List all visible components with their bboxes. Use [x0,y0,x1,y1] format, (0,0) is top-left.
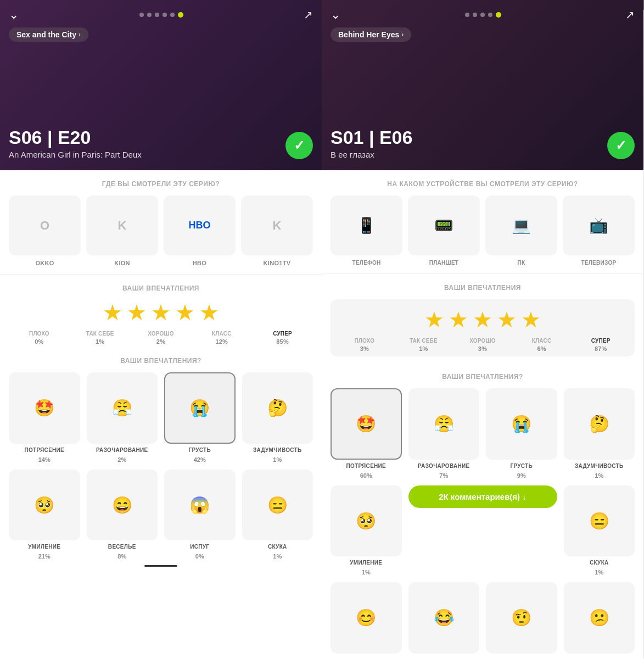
device-box-tablet: 📟 [408,196,480,255]
device-phone[interactable]: 📱 ТЕЛЕФОН [331,196,402,266]
show-name-right: Behind Her Eyes [338,30,399,39]
share-icon-left[interactable]: ↗︎ [304,8,313,21]
right-stars-section: ВАШИ ВПЕЧАТЛЕНИЯ ★ ★ ★ ★ ★ ПЛОХО 3% ТАК … [322,274,643,365]
dot-5[interactable] [170,13,175,17]
okko-box: O [9,196,81,255]
star-4-left[interactable]: ★ [175,300,195,325]
device-tv[interactable]: 📺 ТЕЛЕВИЗОР [563,196,635,266]
star-5-left[interactable]: ★ [199,300,219,325]
star-label-3-left: ХОРОШО 2% [131,331,192,345]
device-label-tablet: ПЛАНШЕТ [429,260,459,266]
comments-button[interactable]: 2К комментариев(я) ↓ [408,485,557,508]
episode-code-left: S06 | E20 [9,127,289,148]
right-emoji-grid-3: 😊 😂 🤨 😕 [331,582,635,659]
comments-btn-wrapper: 2К комментариев(я) ↓ [408,485,557,576]
emoji-box-zadum-right: 🤔 [564,388,635,460]
device-pc[interactable]: 💻 ПК [485,196,557,266]
r-star-1[interactable]: ★ [424,307,444,332]
platform-okko[interactable]: O OKKO [9,196,81,266]
r-dot-4[interactable] [488,13,492,17]
star-1-left[interactable]: ★ [103,300,122,325]
dot-6-active[interactable] [178,12,183,18]
dot-2[interactable] [147,13,152,17]
r-star-5[interactable]: ★ [521,307,541,332]
hbo-box: HBO [164,196,236,255]
emoji-grust-left[interactable]: 😭 ГРУСТЬ 42% [164,372,236,463]
device-label-phone: ТЕЛЕФОН [352,260,380,266]
scrollbar-hint-left [144,565,177,567]
emoji-zadumchivost-left[interactable]: 🤔 ЗАДУМЧИВОСТЬ 1% [242,372,313,463]
right-stars-row: ★ ★ ★ ★ ★ [335,307,630,332]
okko-label: OKKO [35,260,54,266]
star-3-left[interactable]: ★ [151,300,171,325]
dot-1[interactable] [139,13,144,17]
platform-grid: O OKKO K KION HBO HBO K KINO1TV [9,196,313,266]
emoji-smile-right[interactable]: 😊 [331,582,402,659]
show-badge-right[interactable]: Behind Her Eyes › [331,27,411,42]
left-hero: ⌄ ↗︎ Sex and the City › S06 | E20 An Ame… [0,0,322,170]
left-hero-topbar: ⌄ ↗︎ [0,0,322,22]
emoji-umilenie-right[interactable]: 🥺 УМИЛЕНИЕ 1% [331,485,402,576]
dot-4[interactable] [163,13,167,17]
kino1tv-label: KINO1TV [264,260,291,266]
emoji-ispug-left[interactable]: 😱 ИСПУГ 0% [164,470,236,560]
emoji-potryasenie-right[interactable]: 🤩 ПОТРЯСЕНИЕ 60% [331,388,402,479]
device-tablet[interactable]: 📟 ПЛАНШЕТ [408,196,480,266]
platform-kino1tv[interactable]: K KINO1TV [241,196,313,266]
emoji-box-razo-left: 😤 [87,372,158,444]
star-2-left[interactable]: ★ [127,300,147,325]
emoji-box-ispug-left: 😱 [164,470,236,541]
check-circle-right[interactable]: ✓ [607,132,635,159]
emoji-box-skuka-left: 😑 [242,470,313,541]
emoji-box-smile-right: 😊 [331,582,402,654]
check-circle-left[interactable]: ✓ [285,132,313,159]
device-box-tv: 📺 [563,196,635,255]
show-name-left: Sex and the City [16,30,76,39]
r-dot-5-active[interactable] [496,12,501,18]
emoji-laugh-right[interactable]: 😂 [408,582,480,659]
emoji-confused-right[interactable]: 😕 [564,582,635,659]
show-badge-left[interactable]: Sex and the City › [9,27,88,42]
emoji-skuka-right[interactable]: 😑 СКУКА 1% [564,485,635,576]
emoji-box-grust-right: 😭 [486,388,557,460]
device-section: НА КАКОМ УСТРОЙСТВЕ ВЫ СМОТРЕЛИ ЭТУ СЕРИ… [322,170,643,274]
star-label-1-left: ПЛОХО 0% [9,331,70,345]
r-star-3[interactable]: ★ [473,307,492,332]
r-star-4[interactable]: ★ [497,307,517,332]
dot-3[interactable] [155,13,159,17]
right-impressions-title2: ВАШИ ВПЕЧАТЛЕНИЯ? [331,373,635,381]
r-dot-1[interactable] [465,13,469,17]
emoji-box-confused-right: 😕 [564,582,635,654]
emoji-box-skuka-right: 😑 [564,485,635,557]
right-emoji-grid-1: 🤩 ПОТРЯСЕНИЕ 60% 😤 РАЗОЧАРОВАНИЕ 7% 😭 ГР… [331,388,635,479]
r-star-2[interactable]: ★ [449,307,468,332]
emoji-potryasenie-left[interactable]: 🤩 ПОТРЯСЕНИЕ 14% [9,372,80,463]
emoji-grust-right[interactable]: 😭 ГРУСТЬ 9% [486,388,557,479]
star-label-2-left: ТАК СЕБЕ 1% [70,331,131,345]
emoji-skuka-left[interactable]: 😑 СКУКА 1% [242,470,313,560]
hbo-label: HBO [193,260,206,266]
emoji-box-zadum-left: 🤔 [242,372,313,444]
emoji-razochaovanie-left[interactable]: 😤 РАЗОЧАРОВАНИЕ 2% [87,372,158,463]
right-star-labels: ПЛОХО 3% ТАК СЕБЕ 1% ХОРОШО 3% КЛАСС 6% … [335,338,630,352]
back-chevron-left[interactable]: ⌄ [9,8,19,22]
emoji-box-skeptic-right: 🤨 [486,582,557,654]
share-icon-right[interactable]: ↗︎ [625,8,635,21]
emoji-box-grust-left: 😭 [164,372,236,444]
r-dot-2[interactable] [473,13,477,17]
episode-title-right: В ее глазах [331,150,611,159]
emoji-box-umil-right: 🥺 [331,485,402,557]
platform-hbo[interactable]: HBO HBO [164,196,236,266]
emoji-veselye-left[interactable]: 😄 ВЕСЕЛЬЕ 8% [87,470,158,560]
left-impressions-title1: ВАШИ ВПЕЧАТЛЕНИЯ [9,284,313,292]
platform-kion[interactable]: K KION [86,196,158,266]
emoji-skeptic-right[interactable]: 🤨 [486,582,557,659]
emoji-box-vesel-left: 😄 [87,470,158,541]
emoji-zadum-right[interactable]: 🤔 ЗАДУМЧИВОСТЬ 1% [564,388,635,479]
kion-box: K [86,196,158,255]
emoji-umilenie-left[interactable]: 🥺 УМИЛЕНИЕ 21% [9,470,80,560]
back-chevron-right[interactable]: ⌄ [331,8,340,22]
kion-label: KION [114,260,130,266]
emoji-razo-right[interactable]: 😤 РАЗОЧАРОВАНИЕ 7% [408,388,480,479]
r-dot-3[interactable] [480,13,485,17]
